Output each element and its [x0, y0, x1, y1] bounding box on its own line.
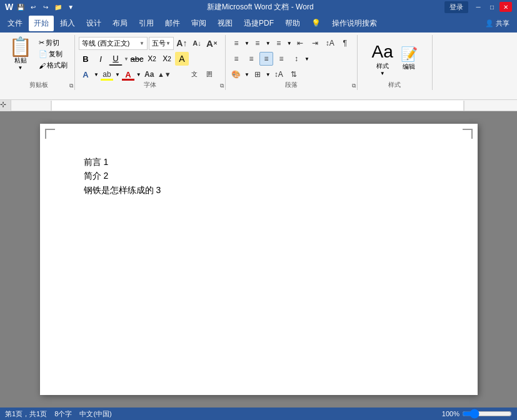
paragraph-label: 段落 [226, 81, 357, 89]
menu-pdf[interactable]: 迅捷PDF [239, 16, 279, 31]
font-group: 等线 (西文正文) ▼ 五号 ▼ A↑ A↓ A✕ B I U ▼ abc X2… [75, 35, 226, 90]
line-spacing-dropdown-icon[interactable]: ▼ [304, 56, 309, 62]
borders-dropdown-icon[interactable]: ▼ [266, 72, 271, 78]
window-controls: ─ □ ✕ [472, 2, 512, 12]
open-icon[interactable]: 📁 [53, 2, 63, 12]
editing-button[interactable]: 📝 编辑 [398, 44, 420, 74]
menu-home[interactable]: 开始 [29, 16, 54, 31]
font-size-selector[interactable]: 五号 ▼ [149, 37, 174, 50]
multilevel-dropdown-icon[interactable]: ▼ [287, 41, 292, 46]
font-case-icon[interactable]: Aa [143, 68, 156, 81]
highlight-dropdown-icon[interactable]: ▼ [115, 72, 120, 78]
paragraph-expand-icon[interactable]: ⧉ [352, 82, 356, 89]
decrease-indent-icon[interactable]: ⇤ [293, 36, 307, 50]
ruler-svg [14, 101, 501, 111]
decrease-font-icon[interactable]: A↓ [190, 36, 204, 50]
wubi-icon[interactable]: 囲 [203, 68, 216, 81]
text-effects-dropdown-icon[interactable]: ▼ [94, 72, 99, 78]
menu-layout[interactable]: 布局 [108, 16, 133, 31]
maximize-button[interactable]: □ [486, 2, 498, 12]
increase-indent2-icon[interactable]: ↕A [272, 68, 286, 81]
save-icon[interactable]: 💾 [16, 2, 26, 12]
zoom-level[interactable]: 100% [442, 410, 459, 418]
word-count: 8个字 [54, 409, 72, 419]
document-area: 前言 1 简介 2 钢铁是怎样练成的 3 [0, 111, 517, 408]
title-bar: W 💾 ↩ ↪ 📁 ▼ 新建Microsoft Word 文档 - Word 登… [0, 0, 517, 14]
menu-bar: 文件 开始 插入 设计 布局 引用 邮件 审阅 视图 迅捷PDF 帮助 💡 操作… [0, 14, 517, 32]
clear-all-format-button[interactable]: A [175, 52, 189, 66]
page-info: 第1页，共1页 [5, 409, 47, 419]
show-marks-icon[interactable]: ¶ [338, 36, 352, 50]
share-icon[interactable]: 👤 共享 [480, 16, 514, 31]
styles-dropdown-icon[interactable]: ▼ [380, 71, 385, 76]
multilevel-list-icon[interactable]: ≡ [272, 36, 286, 50]
underline-dropdown-icon[interactable]: ▼ [124, 56, 129, 62]
format-painter-button[interactable]: 🖌 格式刷 [37, 60, 69, 71]
decrease-indent2-icon[interactable]: ⇅ [287, 68, 301, 81]
align-center-icon[interactable]: ≡ [244, 52, 258, 66]
subscript-button[interactable]: X2 [145, 52, 159, 66]
strikethrough-button[interactable]: abc [130, 52, 144, 66]
align-right-icon[interactable]: ≡ [259, 52, 273, 66]
line-spacing-icon[interactable]: ↕ [289, 52, 303, 66]
align-left-icon[interactable]: ≡ [229, 52, 243, 66]
text-effects-icon[interactable]: A [79, 68, 93, 81]
shading-dropdown-icon[interactable]: ▼ [244, 72, 249, 78]
ruby-icon[interactable]: 文 [188, 68, 201, 81]
font-color-icon[interactable]: A [121, 68, 135, 81]
underline-button[interactable]: U [109, 52, 123, 66]
bullet-list-icon[interactable]: ≡ [229, 36, 243, 50]
paste-button[interactable]: 📋 粘贴 ▼ [6, 36, 34, 81]
font-expand-icon[interactable]: ⧉ [220, 82, 224, 89]
bullet-dropdown-icon[interactable]: ▼ [244, 41, 249, 46]
paste-dropdown-icon[interactable]: ▼ [18, 65, 23, 71]
increase-indent-icon[interactable]: ⇥ [308, 36, 322, 50]
numbered-dropdown-icon[interactable]: ▼ [266, 41, 271, 46]
status-right: 100% [442, 409, 512, 419]
justify-icon[interactable]: ≡ [274, 52, 288, 66]
redo-icon[interactable]: ↪ [41, 2, 51, 12]
close-button[interactable]: ✕ [499, 2, 512, 12]
font-name-selector[interactable]: 等线 (西文正文) ▼ [79, 37, 148, 50]
lightbulb-icon: 💡 [306, 16, 326, 30]
cut-button[interactable]: ✂ 剪切 [37, 38, 69, 48]
tell-me-search[interactable]: 操作说明搜索 [327, 16, 382, 31]
menu-review[interactable]: 审阅 [186, 16, 211, 31]
menu-help[interactable]: 帮助 [280, 16, 305, 31]
menu-references[interactable]: 引用 [134, 16, 159, 31]
borders-icon[interactable]: ⊞ [251, 68, 264, 81]
menu-mail[interactable]: 邮件 [160, 16, 185, 31]
minimize-button[interactable]: ─ [472, 2, 484, 12]
font-color-dropdown-icon[interactable]: ▼ [136, 72, 141, 78]
italic-button[interactable]: I [94, 52, 108, 66]
font-row2: B I U ▼ abc X2 X2 A [79, 52, 219, 66]
sort-icon[interactable]: ↕A [323, 36, 337, 50]
customize-icon[interactable]: ▼ [66, 2, 76, 12]
bold-button[interactable]: B [79, 52, 93, 66]
shrink-font-icon[interactable] [173, 68, 186, 81]
copy-button[interactable]: 📄 复制 [37, 49, 69, 59]
zoom-slider[interactable] [462, 409, 512, 419]
styles-button[interactable]: Aa 样式 ▼ [369, 39, 396, 79]
menu-view[interactable]: 视图 [213, 16, 238, 31]
increase-font-icon[interactable]: A↑ [175, 36, 189, 50]
document-page[interactable]: 前言 1 简介 2 钢铁是怎样练成的 3 [40, 124, 478, 395]
clear-format-icon[interactable]: A✕ [205, 36, 219, 50]
undo-icon[interactable]: ↩ [28, 2, 38, 12]
login-button[interactable]: 登录 [444, 1, 468, 13]
ruler-corner[interactable]: ⊹ [0, 100, 11, 111]
ribbon: 📋 粘贴 ▼ ✂ 剪切 📄 复制 🖌 格式刷 剪贴板 ⧉ [0, 32, 517, 100]
font-label: 字体 [75, 81, 225, 89]
document-content[interactable]: 前言 1 简介 2 钢铁是怎样练成的 3 [84, 155, 434, 197]
grow-shrink-icon[interactable]: ▲▼ [158, 68, 171, 81]
menu-design[interactable]: 设计 [81, 16, 106, 31]
shading-icon[interactable]: 🎨 [229, 68, 243, 81]
font-row3: A ▼ ab ▼ A ▼ Aa ▲▼ 文 囲 [79, 68, 219, 81]
numbered-list-icon[interactable]: ≡ [251, 36, 264, 50]
clipboard-expand-icon[interactable]: ⧉ [69, 82, 73, 89]
highlight-color-icon[interactable]: ab [100, 68, 114, 81]
ruler-bar: ⊹ [0, 100, 517, 111]
menu-file[interactable]: 文件 [3, 16, 28, 31]
menu-insert[interactable]: 插入 [55, 16, 80, 31]
superscript-button[interactable]: X2 [160, 52, 174, 66]
